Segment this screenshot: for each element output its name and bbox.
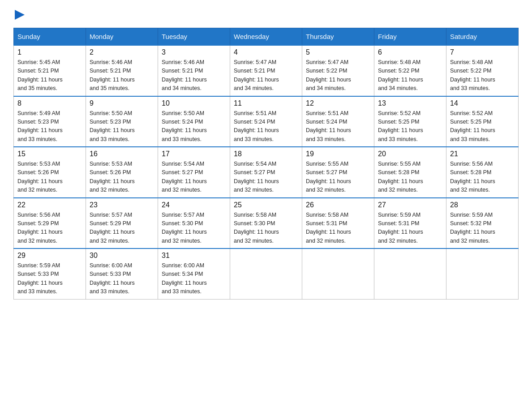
day-number: 18	[234, 150, 298, 158]
day-number: 28	[450, 201, 515, 209]
day-info: Sunrise: 5:58 AM Sunset: 5:30 PM Dayligh…	[234, 211, 298, 246]
calendar-header-tuesday: Tuesday	[158, 28, 230, 46]
day-number: 3	[162, 48, 226, 56]
calendar-cell: 14 Sunrise: 5:52 AM Sunset: 5:25 PM Dayl…	[446, 96, 519, 147]
calendar-cell: 31 Sunrise: 6:00 AM Sunset: 5:34 PM Dayl…	[158, 248, 230, 299]
day-info: Sunrise: 5:59 AM Sunset: 5:32 PM Dayligh…	[450, 211, 515, 246]
day-info: Sunrise: 5:57 AM Sunset: 5:30 PM Dayligh…	[162, 211, 226, 246]
day-number: 7	[450, 48, 515, 56]
calendar-cell	[374, 248, 446, 299]
calendar-cell: 27 Sunrise: 5:59 AM Sunset: 5:31 PM Dayl…	[374, 198, 446, 249]
day-info: Sunrise: 5:56 AM Sunset: 5:28 PM Dayligh…	[450, 160, 515, 195]
calendar-cell: 3 Sunrise: 5:46 AM Sunset: 5:21 PM Dayli…	[158, 45, 230, 96]
calendar-cell: 30 Sunrise: 6:00 AM Sunset: 5:33 PM Dayl…	[86, 248, 158, 299]
day-number: 24	[162, 201, 226, 209]
calendar-week-row: 15 Sunrise: 5:53 AM Sunset: 5:26 PM Dayl…	[14, 147, 519, 198]
calendar-cell: 8 Sunrise: 5:49 AM Sunset: 5:23 PM Dayli…	[14, 96, 86, 147]
calendar-week-row: 8 Sunrise: 5:49 AM Sunset: 5:23 PM Dayli…	[14, 96, 519, 147]
calendar-cell: 12 Sunrise: 5:51 AM Sunset: 5:24 PM Dayl…	[302, 96, 374, 147]
day-number: 5	[306, 48, 370, 56]
calendar-cell: 29 Sunrise: 5:59 AM Sunset: 5:33 PM Dayl…	[14, 248, 86, 299]
day-number: 13	[378, 99, 442, 107]
day-number: 4	[234, 48, 298, 56]
calendar-header-monday: Monday	[86, 28, 158, 46]
day-info: Sunrise: 5:49 AM Sunset: 5:23 PM Dayligh…	[17, 109, 82, 144]
day-number: 20	[378, 150, 442, 158]
calendar-header-saturday: Saturday	[446, 28, 519, 46]
day-info: Sunrise: 5:50 AM Sunset: 5:24 PM Dayligh…	[162, 109, 226, 144]
day-info: Sunrise: 5:58 AM Sunset: 5:31 PM Dayligh…	[306, 211, 370, 246]
calendar-cell: 13 Sunrise: 5:52 AM Sunset: 5:25 PM Dayl…	[374, 96, 446, 147]
calendar-week-row: 1 Sunrise: 5:45 AM Sunset: 5:21 PM Dayli…	[14, 45, 519, 96]
calendar-week-row: 22 Sunrise: 5:56 AM Sunset: 5:29 PM Dayl…	[14, 198, 519, 249]
day-number: 17	[162, 150, 226, 158]
day-number: 29	[17, 252, 82, 260]
calendar-cell: 4 Sunrise: 5:47 AM Sunset: 5:21 PM Dayli…	[230, 45, 302, 96]
day-number: 30	[90, 252, 154, 260]
day-info: Sunrise: 5:52 AM Sunset: 5:25 PM Dayligh…	[378, 109, 442, 144]
day-number: 10	[162, 99, 226, 107]
calendar-cell: 16 Sunrise: 5:53 AM Sunset: 5:26 PM Dayl…	[86, 147, 158, 198]
day-number: 1	[17, 48, 82, 56]
day-number: 26	[306, 201, 370, 209]
day-info: Sunrise: 5:57 AM Sunset: 5:29 PM Dayligh…	[90, 211, 154, 246]
day-number: 23	[90, 201, 154, 209]
calendar-cell: 10 Sunrise: 5:50 AM Sunset: 5:24 PM Dayl…	[158, 96, 230, 147]
calendar-cell: 1 Sunrise: 5:45 AM Sunset: 5:21 PM Dayli…	[14, 45, 86, 96]
day-number: 11	[234, 99, 298, 107]
day-number: 9	[90, 99, 154, 107]
day-number: 15	[17, 150, 82, 158]
logo	[13, 9, 25, 20]
calendar-cell: 9 Sunrise: 5:50 AM Sunset: 5:23 PM Dayli…	[86, 96, 158, 147]
day-number: 22	[17, 201, 82, 209]
calendar-cell: 18 Sunrise: 5:54 AM Sunset: 5:27 PM Dayl…	[230, 147, 302, 198]
calendar-cell: 17 Sunrise: 5:54 AM Sunset: 5:27 PM Dayl…	[158, 147, 230, 198]
calendar-header-wednesday: Wednesday	[230, 28, 302, 46]
calendar-cell: 21 Sunrise: 5:56 AM Sunset: 5:28 PM Dayl…	[446, 147, 519, 198]
svg-marker-0	[15, 10, 25, 20]
day-info: Sunrise: 5:54 AM Sunset: 5:27 PM Dayligh…	[234, 160, 298, 195]
day-info: Sunrise: 5:52 AM Sunset: 5:25 PM Dayligh…	[450, 109, 515, 144]
day-info: Sunrise: 5:53 AM Sunset: 5:26 PM Dayligh…	[90, 160, 154, 195]
day-info: Sunrise: 6:00 AM Sunset: 5:34 PM Dayligh…	[162, 261, 226, 296]
calendar-cell	[230, 248, 302, 299]
day-info: Sunrise: 5:47 AM Sunset: 5:21 PM Dayligh…	[234, 58, 298, 93]
calendar-cell: 23 Sunrise: 5:57 AM Sunset: 5:29 PM Dayl…	[86, 198, 158, 249]
calendar-cell: 24 Sunrise: 5:57 AM Sunset: 5:30 PM Dayl…	[158, 198, 230, 249]
day-info: Sunrise: 5:45 AM Sunset: 5:21 PM Dayligh…	[17, 58, 82, 93]
day-info: Sunrise: 5:55 AM Sunset: 5:27 PM Dayligh…	[306, 160, 370, 195]
day-number: 6	[378, 48, 442, 56]
calendar-header-friday: Friday	[374, 28, 446, 46]
day-info: Sunrise: 5:46 AM Sunset: 5:21 PM Dayligh…	[90, 58, 154, 93]
day-info: Sunrise: 5:56 AM Sunset: 5:29 PM Dayligh…	[17, 211, 82, 246]
calendar-table: SundayMondayTuesdayWednesdayThursdayFrid…	[13, 28, 519, 300]
calendar-cell: 5 Sunrise: 5:47 AM Sunset: 5:22 PM Dayli…	[302, 45, 374, 96]
calendar-header-row: SundayMondayTuesdayWednesdayThursdayFrid…	[14, 28, 519, 46]
calendar-cell: 28 Sunrise: 5:59 AM Sunset: 5:32 PM Dayl…	[446, 198, 519, 249]
day-number: 19	[306, 150, 370, 158]
day-number: 27	[378, 201, 442, 209]
day-number: 14	[450, 99, 515, 107]
calendar-cell: 22 Sunrise: 5:56 AM Sunset: 5:29 PM Dayl…	[14, 198, 86, 249]
day-info: Sunrise: 5:59 AM Sunset: 5:31 PM Dayligh…	[378, 211, 442, 246]
day-info: Sunrise: 5:50 AM Sunset: 5:23 PM Dayligh…	[90, 109, 154, 144]
day-info: Sunrise: 5:51 AM Sunset: 5:24 PM Dayligh…	[234, 109, 298, 144]
day-number: 21	[450, 150, 515, 158]
calendar-week-row: 29 Sunrise: 5:59 AM Sunset: 5:33 PM Dayl…	[14, 248, 519, 299]
calendar-cell: 6 Sunrise: 5:48 AM Sunset: 5:22 PM Dayli…	[374, 45, 446, 96]
page-header	[13, 9, 519, 20]
day-number: 31	[162, 252, 226, 260]
logo-arrow-icon	[15, 10, 25, 20]
calendar-cell: 7 Sunrise: 5:48 AM Sunset: 5:22 PM Dayli…	[446, 45, 519, 96]
calendar-cell: 2 Sunrise: 5:46 AM Sunset: 5:21 PM Dayli…	[86, 45, 158, 96]
calendar-cell: 25 Sunrise: 5:58 AM Sunset: 5:30 PM Dayl…	[230, 198, 302, 249]
calendar-cell: 26 Sunrise: 5:58 AM Sunset: 5:31 PM Dayl…	[302, 198, 374, 249]
day-info: Sunrise: 5:59 AM Sunset: 5:33 PM Dayligh…	[17, 261, 82, 296]
calendar-cell	[302, 248, 374, 299]
day-info: Sunrise: 5:51 AM Sunset: 5:24 PM Dayligh…	[306, 109, 370, 144]
day-info: Sunrise: 6:00 AM Sunset: 5:33 PM Dayligh…	[90, 261, 154, 296]
day-number: 16	[90, 150, 154, 158]
day-number: 8	[17, 99, 82, 107]
calendar-cell: 20 Sunrise: 5:55 AM Sunset: 5:28 PM Dayl…	[374, 147, 446, 198]
day-number: 2	[90, 48, 154, 56]
